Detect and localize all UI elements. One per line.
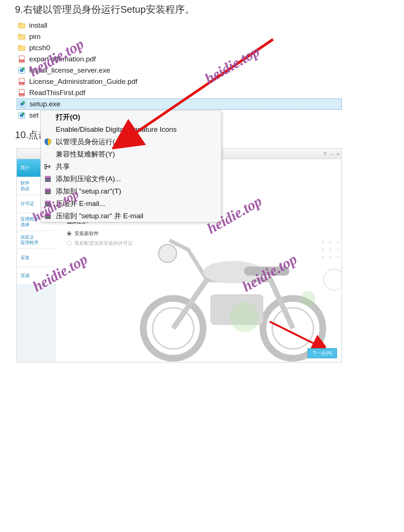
exe-icon — [18, 67, 25, 74]
svg-point-23 — [22, 113, 24, 115]
radio-icon — [67, 231, 71, 236]
sidebar-item-label: 安装 — [21, 255, 30, 261]
cm-label: 添加到压缩文件(A)... — [56, 174, 121, 184]
cm-label: 打开(O) — [56, 112, 80, 122]
next-button[interactable]: 下一步(N) — [307, 348, 337, 358]
svg-point-55 — [322, 256, 324, 258]
file-row-install[interactable]: install — [16, 20, 342, 31]
svg-rect-45 — [244, 267, 289, 276]
file-name: setup.exe — [30, 100, 60, 108]
folder-icon — [18, 33, 25, 40]
file-name: install — [29, 21, 48, 30]
radio-install-new[interactable]: 安装新软件 — [67, 230, 334, 237]
cm-label: 压缩到 "setup.rar" 并 E-mail — [56, 211, 143, 221]
context-menu: 打开(O) Enable/Disable Digital Signature I… — [40, 110, 221, 222]
file-name: install_license_server.exe — [29, 66, 110, 75]
pdf-icon: PDF — [18, 55, 25, 63]
rar-icon — [44, 187, 52, 195]
cm-label: 压缩并 E-mail... — [56, 199, 105, 209]
exe-icon — [18, 100, 26, 108]
cm-label: 添加到 "setup.rar"(T) — [56, 186, 121, 196]
cm-open[interactable]: 打开(O) — [41, 111, 221, 123]
svg-text:PDF: PDF — [19, 93, 24, 95]
sidebar-item-label: 完成 — [21, 273, 30, 279]
file-name: ReadThisFirst.pdf — [29, 89, 85, 97]
svg-rect-32 — [45, 201, 50, 203]
svg-text:PDF: PDF — [19, 82, 24, 84]
step-9-heading: 9.右键以管理员身份运行Setup安装程序。 — [0, 0, 404, 20]
file-name: ptcsh0 — [29, 44, 50, 52]
svg-rect-33 — [45, 204, 50, 205]
file-name: export affirmation.pdf — [29, 55, 96, 63]
rar-icon — [44, 212, 52, 220]
file-name: pim — [29, 33, 41, 41]
folder-icon — [18, 22, 25, 29]
cm-run-as-admin[interactable]: 以管理员身份运行(A) — [41, 136, 221, 148]
cm-label: 兼容性疑难解答(Y) — [56, 149, 115, 159]
sidebar-item-label: 许可证 — [21, 201, 34, 207]
radio-icon — [67, 241, 71, 246]
file-name: set — [29, 111, 39, 119]
file-row-license-admin-guide[interactable]: PDF License_Administration_Guide.pdf — [16, 76, 342, 87]
file-list: install pim ptcsh0 PDF export affirmatio… — [16, 20, 342, 121]
svg-point-54 — [337, 249, 339, 251]
cm-label: Enable/Disable Digital Signature Icons — [56, 125, 177, 134]
sidebar-item-finish[interactable]: 完成 — [17, 267, 56, 285]
radio-reconfigure[interactable]: 重新配置现有安装的许可证 — [67, 240, 334, 247]
svg-point-11 — [22, 68, 24, 70]
svg-rect-35 — [45, 213, 50, 215]
svg-rect-36 — [45, 216, 50, 218]
file-row-export-affirmation[interactable]: PDF export affirmation.pdf — [16, 54, 342, 65]
svg-rect-27 — [45, 179, 50, 180]
svg-rect-5 — [18, 45, 21, 47]
svg-point-47 — [229, 302, 259, 332]
cm-compat-troubleshoot[interactable]: 兼容性疑难解答(Y) — [41, 148, 221, 160]
file-row-install-license-server[interactable]: install_license_server.exe — [16, 65, 342, 76]
minimize-icon[interactable]: – — [330, 151, 333, 157]
sidebar-item-label: 应用程序 选择 — [21, 216, 39, 228]
pdf-icon: PDF — [18, 89, 25, 97]
cm-compress-rar-email[interactable]: 压缩到 "setup.rar" 并 E-mail — [41, 210, 221, 222]
svg-rect-30 — [45, 192, 50, 193]
svg-point-56 — [329, 256, 331, 258]
sidebar-item-label: 软件 协议 — [21, 180, 30, 192]
sidebar-item-label: 自定义 应用程序 — [21, 234, 39, 246]
cm-add-to-archive[interactable]: 添加到压缩文件(A)... — [41, 173, 221, 185]
folder-icon — [18, 44, 25, 52]
cm-share[interactable]: 共享 — [41, 160, 221, 173]
svg-rect-29 — [45, 189, 50, 190]
svg-rect-1 — [18, 23, 21, 24]
cm-label: 共享 — [56, 162, 70, 171]
svg-point-51 — [337, 241, 339, 243]
file-row-ptcsh0[interactable]: ptcsh0 — [16, 42, 342, 54]
close-icon[interactable]: × — [336, 151, 339, 157]
svg-point-48 — [300, 291, 315, 306]
cm-add-to-setup-rar[interactable]: 添加到 "setup.rar"(T) — [41, 185, 221, 197]
sidebar-item-label: 简介 — [21, 165, 30, 171]
cm-compress-email[interactable]: 压缩并 E-mail... — [41, 197, 221, 210]
sidebar-item-custom-app[interactable]: 自定义 应用程序 — [17, 231, 56, 249]
svg-point-20 — [22, 101, 25, 104]
file-name: License_Administration_Guide.pdf — [29, 77, 137, 86]
radio-label: 重新配置现有安装的许可证 — [74, 240, 133, 247]
exe-icon — [18, 112, 25, 119]
sidebar-item-install[interactable]: 安装 — [17, 249, 56, 267]
pdf-icon: PDF — [18, 78, 25, 85]
file-row-readthisfirst[interactable]: PDF ReadThisFirst.pdf — [16, 87, 342, 98]
help-icon[interactable]: ? — [324, 151, 326, 157]
radio-label: 安装新软件 — [74, 230, 99, 237]
cm-label: 以管理员身份运行(A) — [56, 137, 122, 147]
svg-point-57 — [337, 256, 339, 258]
rar-icon — [44, 175, 52, 183]
cm-enable-disable-sig[interactable]: Enable/Disable Digital Signature Icons — [41, 123, 221, 136]
file-row-pim[interactable]: pim — [16, 31, 342, 42]
shield-icon — [44, 138, 52, 146]
rar-icon — [44, 200, 52, 208]
share-icon — [44, 162, 52, 171]
svg-text:PDF: PDF — [19, 60, 24, 62]
svg-rect-26 — [45, 176, 50, 178]
svg-rect-3 — [18, 34, 21, 36]
svg-point-58 — [324, 269, 342, 290]
file-row-setup-exe[interactable]: setup.exe — [16, 98, 342, 110]
